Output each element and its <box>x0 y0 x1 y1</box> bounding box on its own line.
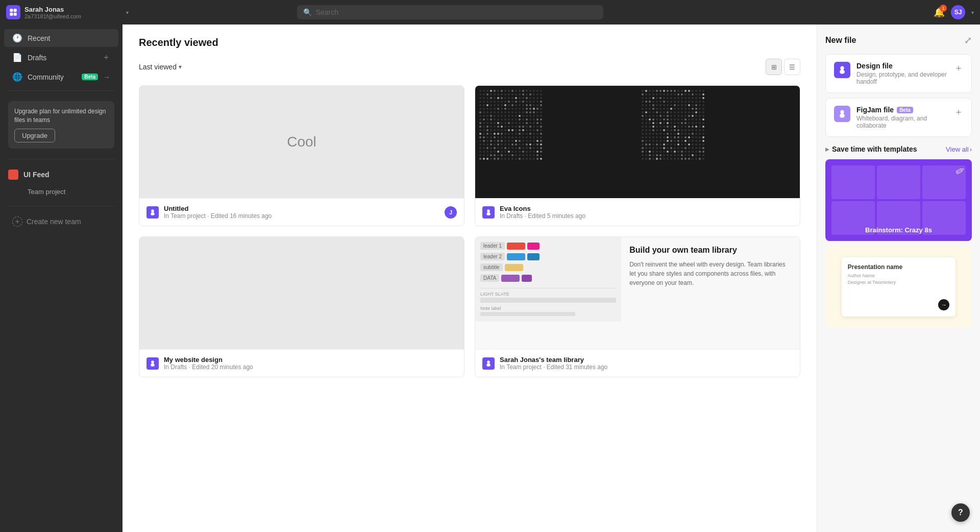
file-details-website: My website design In Drafts · Edited 20 … <box>164 356 457 371</box>
file-user-avatar-untitled: J <box>445 206 457 219</box>
upgrade-button[interactable]: Upgrade <box>14 129 55 142</box>
templates-header: ▸ Save time with templates View all › <box>825 145 972 153</box>
user-email: 2a73181f@uifeed.com <box>24 13 122 19</box>
pres-title-area: Presentation name Author NameDesigner at… <box>848 263 950 285</box>
pres-subtitle-text: Author NameDesigner at Twomintery <box>848 273 950 285</box>
file-name-eva: Eva Icons <box>500 205 793 212</box>
section-title: Recently viewed <box>139 37 800 49</box>
file-meta-untitled: In Team project · Edited 16 minutes ago <box>164 212 439 220</box>
drafts-icon: 📄 <box>12 53 22 62</box>
file-card-eva-icons[interactable]: Eva Icons In Drafts · Edited 5 minutes a… <box>475 85 800 226</box>
file-meta-library: In Team project · Edited 31 minutes ago <box>500 364 793 371</box>
files-grid: Cool Untitled In Team project · Edited 1… <box>139 85 800 377</box>
figjam-file-name: FigJam file Beta <box>856 106 948 114</box>
upgrade-box: Upgrade plan for unlimited design files … <box>8 101 114 149</box>
view-all-arrow: › <box>970 146 972 153</box>
add-draft-button[interactable]: ＋ <box>102 52 110 63</box>
pres-arrow-button[interactable]: → <box>938 299 949 310</box>
sidebar-drafts-label: Drafts <box>28 54 97 62</box>
templates-label: ▸ Save time with templates <box>825 145 917 153</box>
team-name: UI Feed <box>23 171 50 179</box>
team-ui-feed[interactable]: UI Feed <box>0 165 122 184</box>
add-design-file-button[interactable]: ＋ <box>954 62 963 74</box>
file-name-untitled: Untitled <box>164 205 439 212</box>
search-bar[interactable]: 🔍 <box>297 5 603 19</box>
figjam-beta-badge: Beta <box>897 107 913 113</box>
view-all-link[interactable]: View all › <box>946 146 972 153</box>
view-all-label: View all <box>946 146 969 153</box>
file-card-library[interactable]: leader 1 leader 2 subtitle <box>475 236 800 377</box>
file-thumb-untitled: Cool <box>139 86 464 198</box>
file-meta-eva: In Drafts · Edited 5 minutes ago <box>500 212 793 220</box>
file-thumb-eva <box>475 86 800 198</box>
search-input[interactable] <box>316 8 597 16</box>
main-content: Recently viewed Last viewed ▾ ⊞ ☰ Cool <box>122 25 817 532</box>
filter-chevron-icon: ▾ <box>179 63 182 70</box>
sidebar-item-community[interactable]: 🌐 Community Beta → <box>4 68 118 86</box>
file-card-website[interactable]: My website design In Drafts · Edited 20 … <box>139 236 464 377</box>
community-arrow-icon: → <box>103 73 110 81</box>
community-icon: 🌐 <box>12 72 22 82</box>
add-figjam-file-button[interactable]: ＋ <box>954 106 963 118</box>
new-file-title: New file <box>825 36 856 45</box>
sidebar: 🕐 Recent 📄 Drafts ＋ 🌐 Community Beta → U… <box>0 25 122 532</box>
file-thumb-website <box>139 237 464 349</box>
template-card-presentation[interactable]: Presentation name Author NameDesigner at… <box>825 246 972 328</box>
figjam-file-desc: Whiteboard, diagram, and collaborate <box>856 115 948 129</box>
list-view-button[interactable]: ☰ <box>784 59 800 75</box>
template-card-brainstorm[interactable]: Brainstorm: Crazy 8s ✏ <box>825 159 972 241</box>
file-info-library: Sarah Jonas's team library In Team proje… <box>475 349 800 377</box>
team-project-label: Team project <box>28 188 65 196</box>
upgrade-text: Upgrade plan for unlimited design files … <box>14 107 108 125</box>
user-name: Sarah Jonas <box>24 6 122 13</box>
templates-label-text: Save time with templates <box>832 145 917 153</box>
team-sub-project[interactable]: Team project <box>4 184 118 199</box>
filter-dropdown[interactable]: Last viewed ▾ <box>139 63 182 71</box>
svg-rect-0 <box>10 9 13 12</box>
user-profile-avatar[interactable]: SJ <box>951 5 965 19</box>
create-team-button[interactable]: ＋ Create new team <box>4 212 118 231</box>
right-panel: New file ⤢ Design file Design, prototype… <box>817 25 980 532</box>
external-link-button[interactable]: ⤢ <box>964 35 972 46</box>
file-card-untitled[interactable]: Cool Untitled In Team project · Edited 1… <box>139 85 464 226</box>
pres-title-text: Presentation name <box>848 263 950 271</box>
file-details-untitled: Untitled In Team project · Edited 16 min… <box>164 205 439 220</box>
file-details-library: Sarah Jonas's team library In Team proje… <box>500 356 793 371</box>
design-file-icon <box>834 62 850 78</box>
sidebar-divider-1 <box>8 90 114 91</box>
figjam-file-info: FigJam file Beta Whiteboard, diagram, an… <box>856 106 948 129</box>
templates-icon: ▸ <box>825 145 829 153</box>
library-title: Build your own team library <box>629 245 792 256</box>
team-color-dot <box>8 170 18 180</box>
topbar: Sarah Jonas 2a73181f@uifeed.com ▾ 🔍 🔔 1 … <box>0 0 980 25</box>
view-toggle: ⊞ ☰ <box>766 59 800 75</box>
help-button[interactable]: ? <box>951 503 970 522</box>
svg-rect-1 <box>14 9 17 12</box>
notifications-button[interactable]: 🔔 1 <box>934 7 945 18</box>
create-team-label: Create new team <box>27 217 81 226</box>
design-file-card[interactable]: Design file Design, prototype, and devel… <box>825 54 972 93</box>
file-icon-untitled <box>146 206 159 219</box>
profile-chevron[interactable]: ▾ <box>971 10 974 15</box>
community-beta-badge: Beta <box>82 74 98 80</box>
new-file-header: New file ⤢ <box>825 35 972 46</box>
file-icon-eva <box>482 206 495 219</box>
file-thumb-text-cool: Cool <box>287 134 316 150</box>
filter-bar: Last viewed ▾ ⊞ ☰ <box>139 59 800 75</box>
figjam-file-icon <box>834 106 850 122</box>
grid-view-button[interactable]: ⊞ <box>766 59 782 75</box>
file-icon-website <box>146 357 159 370</box>
sidebar-community-label: Community <box>28 73 77 81</box>
sidebar-item-recent[interactable]: 🕐 Recent <box>4 29 118 47</box>
file-info-website: My website design In Drafts · Edited 20 … <box>139 349 464 377</box>
main-layout: 🕐 Recent 📄 Drafts ＋ 🌐 Community Beta → U… <box>0 25 980 532</box>
sidebar-divider-2 <box>8 159 114 159</box>
library-desc: Don't reinvent the wheel with every desi… <box>629 260 792 287</box>
file-name-library: Sarah Jonas's team library <box>500 356 793 364</box>
figjam-file-card[interactable]: FigJam file Beta Whiteboard, diagram, an… <box>825 98 972 137</box>
design-file-desc: Design, prototype, and developer handoff <box>856 71 948 85</box>
file-name-website: My website design <box>164 356 457 364</box>
user-menu[interactable]: Sarah Jonas 2a73181f@uifeed.com ▾ <box>6 5 129 19</box>
search-icon: 🔍 <box>303 8 312 16</box>
sidebar-item-drafts[interactable]: 📄 Drafts ＋ <box>4 48 118 67</box>
